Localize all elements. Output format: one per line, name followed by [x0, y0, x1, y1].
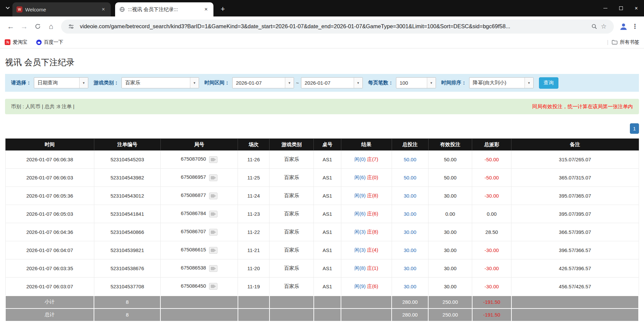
new-tab-button[interactable]: +	[218, 4, 228, 14]
page-content: 视讯 会员下注纪录 请选择： 日期查询 ▼ 游戏类别： 百家乐 ▼ 时间区间： …	[0, 57, 644, 322]
per-page-dropdown[interactable]: 100 ▼	[396, 77, 436, 88]
filter-label-per-page: 每页笔数：	[368, 80, 393, 86]
table-row: 2026-01-07 06:04:07523104539821675086615…	[5, 241, 639, 259]
filter-label-range: 时间区间：	[204, 80, 230, 86]
query-type-dropdown[interactable]: 日期查询 ▼	[34, 77, 88, 88]
chevron-down-icon[interactable]: ▼	[285, 78, 294, 88]
bookmark-star-icon[interactable]: ☆	[599, 23, 608, 30]
cell-round-id: 675086957	[160, 169, 238, 187]
cell-table-no: AS1	[314, 223, 341, 241]
tab-title: :::视讯 会员下注纪录:::	[128, 6, 200, 13]
cell-bet-id: 523104539821	[94, 241, 160, 259]
video-replay-icon[interactable]	[209, 174, 217, 181]
all-bookmarks-label: 所有书签	[620, 39, 639, 45]
cell-result: 闲(0) 庄(7)	[341, 151, 392, 169]
chevron-down-icon[interactable]: ▼	[354, 78, 362, 88]
tab-betrecord[interactable]: :::视讯 会员下注纪录::: ×	[115, 2, 213, 16]
cell-valid-bet: 0.00	[428, 205, 472, 223]
cell-remark: 395.07/365.07	[511, 187, 639, 205]
cell-session: 11-22	[238, 223, 269, 241]
cell-empty	[511, 296, 639, 308]
all-bookmarks-button[interactable]: 所有书签	[612, 39, 639, 45]
bookmark-baidu[interactable]: 百度一下	[36, 39, 63, 45]
cell-summary-valid-bet: 250.00	[428, 296, 472, 308]
date-start-dropdown[interactable]: 2026-01-07 ▼	[232, 77, 294, 88]
page-1-button[interactable]: 1	[630, 123, 639, 134]
video-replay-icon[interactable]	[209, 156, 217, 163]
cell-remark: 395.07/395.07	[511, 205, 639, 223]
cell-valid-bet: 30.00	[428, 223, 472, 241]
cell-game-type: 百家乐	[269, 223, 314, 241]
tab-close-icon[interactable]: ×	[203, 6, 209, 13]
video-replay-icon[interactable]	[209, 229, 217, 236]
video-replay-icon[interactable]	[209, 247, 217, 254]
folder-icon	[612, 40, 617, 45]
cell-empty	[511, 308, 639, 321]
cell-empty	[238, 308, 269, 321]
pagination-top: 1	[5, 123, 639, 134]
chevron-down-icon[interactable]: ▼	[427, 78, 436, 88]
cell-empty	[314, 296, 341, 308]
home-button[interactable]: ⌂	[44, 20, 58, 33]
cell-valid-bet: 30.00	[428, 259, 472, 278]
cell-session: 11-26	[238, 151, 269, 169]
chevron-down-icon[interactable]: ▼	[190, 78, 199, 88]
cell-remark: 426.57/396.57	[511, 259, 639, 278]
profile-avatar-icon[interactable]	[617, 20, 630, 33]
cell-table-no: AS1	[314, 241, 341, 259]
forward-button[interactable]: →	[17, 20, 31, 33]
cell-session: 11-24	[238, 187, 269, 205]
cell-remark: 456.57/426.57	[511, 278, 639, 296]
cell-result: 闲(3) 庄(8)	[341, 223, 392, 241]
chevron-down-icon[interactable]: ▼	[525, 78, 533, 88]
zoom-icon[interactable]	[590, 24, 599, 30]
cell-time: 2026-01-07 06:03:35	[5, 259, 94, 278]
cell-total-bet: 50.00	[392, 151, 428, 169]
cell-payout: -30.00	[472, 278, 511, 296]
cell-empty	[341, 296, 392, 308]
game-type-value: 百家乐	[122, 78, 190, 88]
total-row: 总计8280.00250.00-191.50	[5, 308, 639, 321]
close-button[interactable]: ×	[629, 0, 644, 16]
browser-menu-icon[interactable]: ⋮	[630, 23, 640, 30]
date-end-value: 2026-01-07	[301, 78, 354, 88]
game-type-dropdown[interactable]: 百家乐 ▼	[121, 77, 199, 88]
sort-order-dropdown[interactable]: 降幂(由大到小) ▼	[469, 77, 534, 88]
cell-bet-id: 523104541841	[94, 205, 160, 223]
chevron-down-icon[interactable]: ▼	[79, 78, 88, 88]
notice-text: 同局有效投注，统一计算在该局第一张注单内	[532, 104, 633, 110]
tab-welcome[interactable]: W Welcome ×	[12, 2, 111, 16]
refresh-button[interactable]	[31, 20, 44, 33]
filter-label-game: 游戏类别：	[94, 80, 119, 86]
maximize-button[interactable]	[613, 0, 629, 16]
baidu-icon	[36, 40, 42, 45]
cell-valid-bet: 50.00	[428, 169, 472, 187]
cell-result: 闲(3) 庄(4)	[341, 241, 392, 259]
minimize-button[interactable]	[598, 0, 613, 16]
cell-result: 闲(9) 庄(8)	[341, 187, 392, 205]
tab-search-chevron-icon[interactable]	[4, 4, 11, 12]
bookmark-aitaobao[interactable]: 淘 爱淘宝	[5, 39, 28, 45]
site-info-icon[interactable]	[66, 24, 76, 30]
date-end-dropdown[interactable]: 2026-01-07 ▼	[301, 77, 363, 88]
video-replay-icon[interactable]	[209, 265, 217, 272]
cell-round-id: 675086538	[160, 259, 238, 278]
cell-remark: 315.07/265.07	[511, 151, 639, 169]
url-bar[interactable]: videoie.com/game/betrecord_search/kind3?…	[61, 19, 614, 34]
video-replay-icon[interactable]	[209, 283, 217, 290]
cell-total-bet: 50.00	[392, 169, 428, 187]
video-replay-icon[interactable]	[209, 211, 217, 217]
tab-title: Welcome	[25, 7, 97, 12]
cell-round-id: 675086615	[160, 241, 238, 259]
cell-table-no: AS1	[314, 151, 341, 169]
cell-table-no: AS1	[314, 169, 341, 187]
cell-remark: 365.07/315.07	[511, 169, 639, 187]
tab-close-icon[interactable]: ×	[100, 6, 107, 13]
video-replay-icon[interactable]	[209, 193, 217, 199]
url-text[interactable]: videoie.com/game/betrecord_search/kind3?…	[80, 23, 586, 30]
filter-label-select: 请选择：	[11, 80, 31, 86]
search-button[interactable]: 查询	[539, 77, 558, 89]
back-button[interactable]: ←	[4, 20, 17, 33]
cell-bet-id: 523104538676	[94, 259, 160, 278]
cell-game-type: 百家乐	[269, 205, 314, 223]
